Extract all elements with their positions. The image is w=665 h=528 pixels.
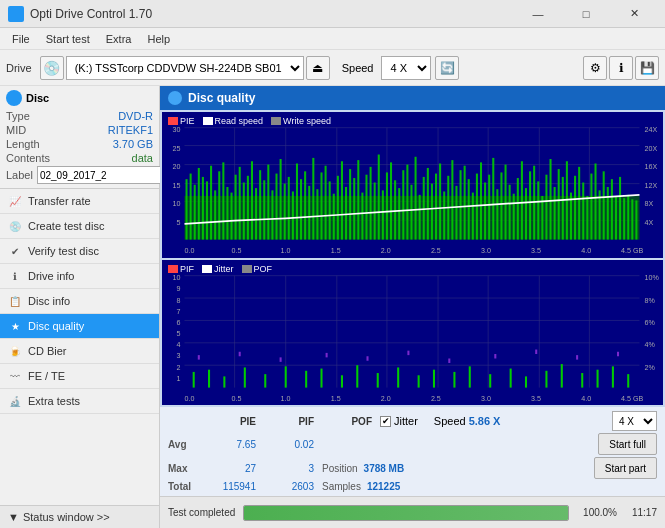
pif-col-header: PIF: [256, 416, 314, 427]
svg-rect-86: [472, 193, 474, 240]
progress-bar-fill: [244, 506, 568, 520]
svg-text:8: 8: [176, 295, 180, 304]
svg-rect-88: [480, 162, 482, 239]
svg-rect-66: [390, 162, 392, 239]
pif-legend: PIF: [168, 264, 194, 274]
start-part-button[interactable]: Start part: [594, 457, 657, 479]
svg-rect-24: [218, 171, 220, 239]
start-full-button[interactable]: Start full: [598, 433, 657, 455]
info-button[interactable]: ℹ: [609, 56, 633, 80]
svg-rect-34: [259, 170, 261, 239]
position-value: 3788 MB: [364, 463, 405, 474]
svg-text:0.5: 0.5: [232, 246, 242, 255]
svg-rect-176: [433, 369, 435, 387]
sidebar-item-disc-quality[interactable]: ★ Disc quality: [0, 314, 159, 339]
max-pif: 3: [256, 463, 314, 474]
label-label: Label: [6, 169, 33, 181]
svg-rect-197: [576, 355, 578, 359]
svg-text:6: 6: [176, 317, 180, 326]
svg-text:1.0: 1.0: [281, 246, 291, 255]
sidebar-item-drive-info[interactable]: ℹ Drive info: [0, 264, 159, 289]
sidebar-item-fe-te[interactable]: 〰 FE / TE: [0, 364, 159, 389]
top-chart-svg: 30 25 20 15 10 5 24X 20X 16X 12X 8X 4X 0…: [162, 112, 663, 258]
sidebar-item-transfer-rate[interactable]: 📈 Transfer rate: [0, 189, 159, 214]
svg-rect-164: [208, 369, 210, 387]
svg-rect-89: [484, 183, 486, 240]
svg-text:15: 15: [172, 181, 180, 190]
svg-rect-70: [406, 165, 408, 240]
refresh-button[interactable]: 🔄: [435, 56, 459, 80]
eject-button[interactable]: ⏏: [306, 56, 330, 80]
svg-rect-99: [525, 188, 527, 239]
save-button[interactable]: 💾: [635, 56, 659, 80]
svg-rect-184: [581, 373, 583, 388]
menu-help[interactable]: Help: [139, 31, 178, 47]
pie-legend-color: [168, 117, 178, 125]
menu-extra[interactable]: Extra: [98, 31, 140, 47]
length-label: Length: [6, 138, 40, 150]
svg-rect-51: [329, 181, 331, 239]
label-input[interactable]: [37, 166, 170, 184]
sidebar-item-verify-test-disc[interactable]: ✔ Verify test disc: [0, 239, 159, 264]
menu-start-test[interactable]: Start test: [38, 31, 98, 47]
position-label: Position: [322, 463, 358, 474]
contents-value: data: [132, 152, 153, 164]
svg-rect-163: [193, 371, 195, 387]
svg-rect-193: [407, 350, 409, 354]
svg-rect-182: [545, 370, 547, 387]
jitter-legend-color: [202, 265, 212, 273]
status-window-button[interactable]: ▼ Status window >>: [0, 505, 159, 528]
fe-te-label: FE / TE: [28, 370, 65, 382]
sidebar-item-create-test-disc[interactable]: 💿 Create test disc: [0, 214, 159, 239]
svg-rect-177: [453, 371, 455, 387]
bottom-chart-svg: 10 9 8 7 6 5 4 3 2 1 10% 8% 6% 4% 2%: [162, 260, 663, 406]
speed-select[interactable]: 4 X: [381, 56, 431, 80]
svg-rect-119: [607, 187, 609, 240]
disc-quality-icon: ★: [8, 319, 22, 333]
sidebar-item-disc-info[interactable]: 📋 Disc info: [0, 289, 159, 314]
sidebar-item-cd-bier[interactable]: 🍺 CD Bier: [0, 339, 159, 364]
svg-rect-28: [235, 175, 237, 240]
svg-text:20X: 20X: [645, 144, 658, 153]
svg-rect-169: [305, 370, 307, 387]
sidebar-nav: 📈 Transfer rate 💿 Create test disc ✔ Ver…: [0, 189, 159, 528]
svg-rect-167: [264, 374, 266, 387]
svg-rect-100: [529, 171, 531, 239]
svg-rect-98: [521, 161, 523, 239]
disc-header: Disc: [6, 90, 153, 106]
speed-select-stats[interactable]: 4 X: [612, 411, 657, 431]
minimize-button[interactable]: —: [515, 0, 561, 28]
close-button[interactable]: ✕: [611, 0, 657, 28]
top-chart: PIE Read speed Write speed: [162, 112, 663, 258]
svg-rect-59: [361, 193, 363, 240]
disc-title: Disc: [26, 92, 49, 104]
settings-button[interactable]: ⚙: [583, 56, 607, 80]
svg-rect-188: [198, 355, 200, 359]
drive-select[interactable]: (K:) TSSTcorp CDDVDW SH-224DB SB01: [66, 56, 304, 80]
svg-rect-195: [494, 354, 496, 358]
contents-label: Contents: [6, 152, 50, 164]
svg-text:24X: 24X: [645, 125, 658, 134]
svg-rect-87: [476, 174, 478, 240]
svg-text:10: 10: [172, 199, 180, 208]
jitter-checkbox[interactable]: ✔: [380, 416, 391, 427]
avg-pif: 0.02: [256, 439, 314, 450]
svg-text:25: 25: [172, 144, 180, 153]
svg-rect-187: [627, 374, 629, 387]
svg-text:3.5: 3.5: [531, 246, 541, 255]
progress-bar: [243, 505, 569, 521]
drive-label: Drive: [6, 62, 32, 74]
sidebar-item-extra-tests[interactable]: 🔬 Extra tests: [0, 389, 159, 414]
drive-icon-btn: 💿: [40, 56, 64, 80]
svg-rect-103: [541, 196, 543, 240]
jitter-label: Jitter: [394, 415, 418, 427]
svg-rect-102: [537, 181, 539, 239]
svg-rect-44: [300, 179, 302, 239]
svg-rect-58: [357, 160, 359, 239]
svg-rect-116: [594, 163, 596, 239]
menu-file[interactable]: File: [4, 31, 38, 47]
svg-rect-48: [316, 189, 318, 239]
maximize-button[interactable]: □: [563, 0, 609, 28]
svg-text:4: 4: [176, 339, 180, 348]
svg-text:7: 7: [176, 306, 180, 315]
